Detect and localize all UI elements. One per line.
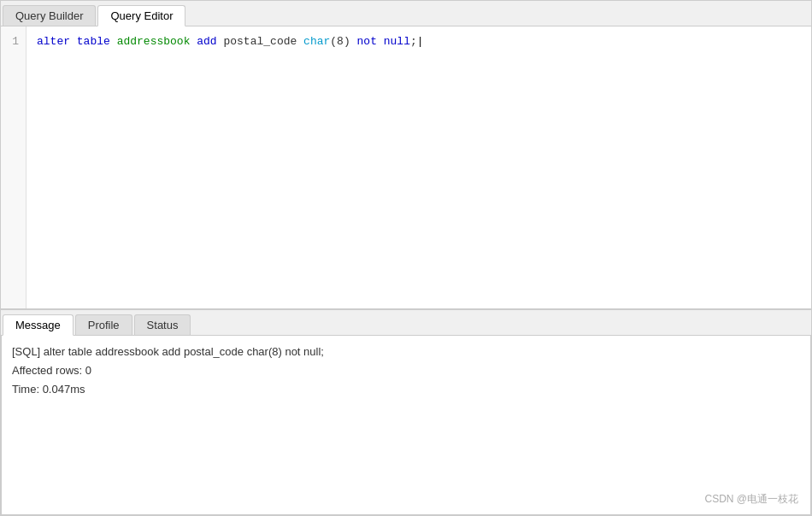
message-line-2: Affected rows: 0 [12,361,800,380]
semicolon: ; [410,35,417,48]
tab-profile[interactable]: Profile [75,314,132,335]
col-name: postal_code [223,35,303,48]
main-container: Query Builder Query Editor 1 alter table… [0,0,812,516]
tab-message[interactable]: Message [3,314,74,336]
tab-query-editor[interactable]: Query Editor [97,5,185,26]
bottom-panel: Message Profile Status [SQL] alter table… [1,310,811,515]
id-addressbook: addressbook [117,35,191,48]
watermark: CSDN @电通一枝花 [704,490,798,507]
query-editor-area[interactable]: 1 alter table addressbook add postal_cod… [1,26,811,310]
code-area[interactable]: alter table addressbook add postal_code … [26,26,811,308]
line-number-1: 1 [8,33,19,51]
tab-query-builder[interactable]: Query Builder [3,5,96,26]
type-char: char [303,35,330,48]
message-content: [SQL] alter table addressbook add postal… [1,336,811,515]
top-tab-bar: Query Builder Query Editor [1,1,811,26]
line-numbers: 1 [1,26,26,308]
editor-content: 1 alter table addressbook add postal_cod… [1,26,811,308]
bottom-tab-bar: Message Profile Status [1,310,811,336]
kw-add: add [190,35,223,48]
tab-status[interactable]: Status [134,314,191,335]
message-line-1: [SQL] alter table addressbook add postal… [12,343,800,361]
cursor [417,35,424,48]
code-line-1: alter table addressbook add postal_code … [37,33,801,51]
kw-alter: alter table [37,35,117,48]
kw-not-null: not null [357,35,410,48]
message-line-3: Time: 0.047ms [12,380,800,399]
type-size: (8) [330,35,356,48]
